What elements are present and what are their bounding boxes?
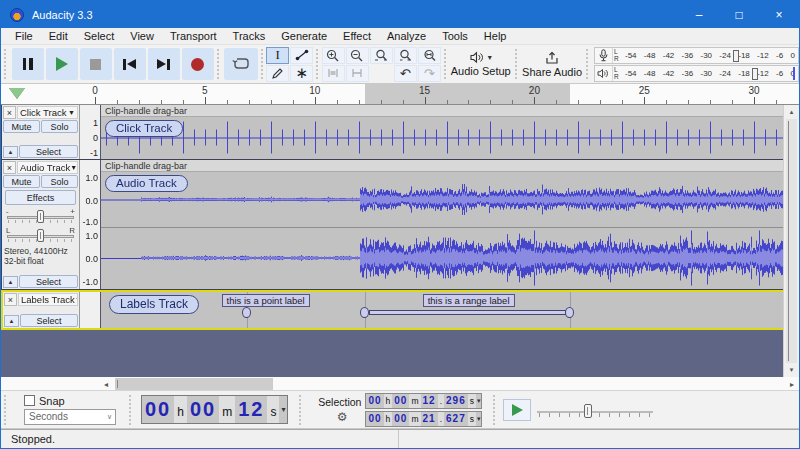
toolbar-grip[interactable] — [3, 49, 8, 79]
menu-item[interactable]: Generate — [273, 30, 335, 42]
audio-track-content[interactable]: Clip-handle drag-bar Audio Track — [101, 160, 798, 289]
click-track-vertical-scale[interactable]: 1 0 -1 — [80, 105, 101, 159]
zoom-in-button[interactable] — [322, 47, 345, 64]
selection-start-field[interactable]: 00h 00m 12. 296s ▾ — [365, 393, 482, 409]
close-track-button[interactable]: × — [3, 106, 16, 119]
gear-icon[interactable]: ⚙ — [337, 410, 348, 424]
audio-waveform-right[interactable] — [101, 228, 783, 288]
redo-button[interactable]: ↷ — [418, 65, 441, 82]
fit-project-button[interactable] — [418, 47, 441, 64]
range-label-left-handle[interactable] — [360, 307, 369, 318]
menu-item[interactable]: File — [7, 30, 41, 42]
toolbar-grip[interactable] — [492, 395, 497, 425]
play-button[interactable] — [46, 48, 78, 80]
speed-slider-thumb[interactable] — [584, 404, 592, 418]
title-bar[interactable]: Audacity 3.3 – □ × — [1, 1, 799, 28]
maximize-button[interactable]: □ — [719, 1, 759, 28]
clip-name-tag[interactable]: Click Track — [105, 120, 183, 137]
clip-drag-bar[interactable]: Clip-handle drag-bar — [101, 160, 798, 172]
clip-name-tag[interactable]: Audio Track — [105, 175, 188, 192]
toolbar-grip[interactable] — [443, 49, 448, 79]
scroll-right-icon[interactable]: ▸ — [785, 377, 799, 391]
menu-item[interactable]: Analyze — [379, 30, 434, 42]
toolbar-grip[interactable] — [514, 49, 519, 79]
menu-item[interactable]: Edit — [41, 30, 76, 42]
trim-audio-button[interactable] — [322, 65, 345, 82]
close-track-button[interactable]: × — [3, 161, 16, 174]
labels-track-content[interactable]: Labels Track this is a point label this … — [101, 292, 797, 328]
scroll-down-icon[interactable]: ▾ — [784, 363, 799, 377]
toolbar-grip[interactable] — [585, 49, 590, 79]
snap-checkbox[interactable] — [24, 395, 35, 406]
menu-item[interactable]: Tools — [434, 30, 476, 42]
skip-to-end-button[interactable] — [148, 48, 180, 80]
audio-position-time-display[interactable]: 00 h 00 m 12 s ▾ — [141, 395, 288, 424]
labels-track-name-tag[interactable]: Labels Track — [109, 295, 199, 314]
close-button[interactable]: × — [759, 1, 799, 28]
selection-tool-button[interactable]: I — [266, 47, 289, 64]
timeline-ruler[interactable]: 051015202530 — [1, 84, 799, 105]
loop-button[interactable] — [224, 48, 257, 80]
solo-button[interactable]: Solo — [41, 175, 78, 188]
click-track-waveform[interactable] — [101, 117, 783, 158]
mute-button[interactable]: Mute — [3, 175, 40, 188]
caret-down-icon[interactable]: ▾ — [476, 394, 482, 408]
time-minutes[interactable]: 00 — [187, 396, 219, 423]
skip-to-start-button[interactable] — [114, 48, 146, 80]
recording-volume-slider[interactable] — [733, 50, 739, 62]
draw-tool-button[interactable] — [266, 65, 289, 82]
menu-item[interactable]: Effect — [335, 30, 379, 42]
menu-item[interactable]: Transport — [162, 30, 225, 42]
menu-item[interactable]: Help — [476, 30, 515, 42]
play-at-speed-button[interactable] — [503, 399, 531, 421]
click-track-content[interactable]: Clip-handle drag-bar Click Track — [101, 105, 798, 159]
collapse-track-button[interactable]: ▲ — [3, 146, 18, 158]
labels-track-title[interactable]: Labels Track▼ — [18, 293, 78, 306]
zoom-out-button[interactable] — [346, 47, 369, 64]
range-label-right-handle[interactable] — [565, 307, 574, 318]
recording-meter[interactable]: LR -54-48-42-36-30-24-18-12-60 — [594, 47, 799, 64]
pause-button[interactable] — [12, 48, 44, 80]
audio-waveform-left[interactable] — [101, 172, 783, 227]
mute-button[interactable]: Mute — [3, 120, 40, 133]
effects-button[interactable]: Effects — [5, 190, 76, 205]
scroll-left-icon[interactable]: ◂ — [99, 377, 113, 391]
audio-track-title[interactable]: Audio Track▼ — [17, 161, 78, 174]
range-label-text[interactable]: this is a range label — [423, 294, 515, 307]
zoom-toggle-button[interactable] — [394, 47, 417, 64]
record-button[interactable] — [182, 48, 214, 80]
gain-slider-thumb[interactable] — [37, 210, 44, 223]
playback-volume-slider[interactable] — [752, 68, 758, 80]
toolbar-grip[interactable] — [260, 49, 265, 79]
caret-down-icon[interactable]: ▾ — [279, 396, 287, 423]
select-track-button[interactable]: Select — [19, 275, 78, 288]
scroll-up-icon[interactable]: ▴ — [784, 105, 799, 119]
point-label-text[interactable]: this is a point label — [222, 294, 310, 307]
click-track-title[interactable]: Click Track▼ — [17, 106, 78, 119]
pan-slider[interactable]: L R — [6, 227, 75, 244]
silence-audio-button[interactable] — [346, 65, 369, 82]
undo-button[interactable]: ↶ — [394, 65, 417, 82]
audio-setup-button[interactable]: ▾ Audio Setup — [449, 47, 512, 81]
playback-meter[interactable]: LR -54-48-42-36-30-24-18-12-60 — [594, 65, 799, 82]
point-label-handle[interactable] — [242, 307, 251, 318]
caret-down-icon[interactable]: ▾ — [476, 412, 482, 426]
toolbar-grip[interactable] — [128, 395, 133, 425]
toolbar-grip[interactable] — [216, 49, 221, 79]
range-label-bar[interactable] — [369, 310, 566, 315]
multi-tool-button[interactable]: ∗ — [290, 65, 313, 82]
audio-track-vertical-scale[interactable]: 1.0 0.0 -1.0 1.0 0.0 -1.0 — [80, 160, 101, 289]
select-track-button[interactable]: Select — [19, 145, 78, 158]
select-track-button[interactable]: Select — [20, 314, 78, 327]
solo-button[interactable]: Solo — [41, 120, 78, 133]
snap-mode-select[interactable]: Seconds ∨ — [24, 409, 116, 425]
share-audio-button[interactable]: Share Audio — [521, 47, 584, 81]
minimize-button[interactable]: – — [679, 1, 719, 28]
pan-slider-thumb[interactable] — [37, 229, 44, 242]
play-position-triangle-icon[interactable] — [9, 88, 25, 99]
close-track-button[interactable]: × — [4, 293, 17, 306]
menu-item[interactable]: View — [122, 30, 162, 42]
selection-end-field[interactable]: 00h 00m 21. 627s ▾ — [365, 411, 482, 427]
stop-button[interactable] — [80, 48, 112, 80]
collapse-track-button[interactable]: ▲ — [4, 315, 19, 327]
